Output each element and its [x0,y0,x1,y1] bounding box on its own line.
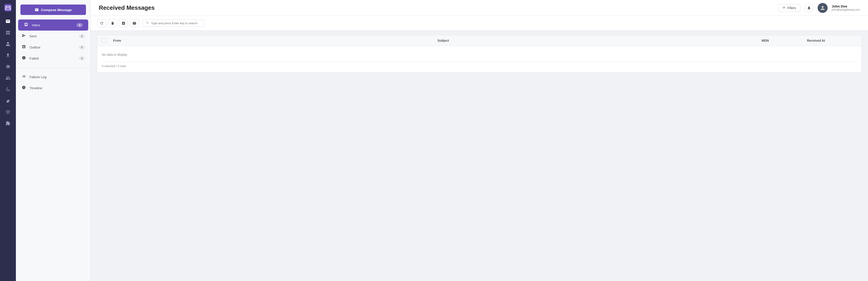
table-area: From Subject MDN Received At No data to … [91,31,868,281]
archive-button[interactable] [119,19,128,27]
search-icon [146,21,149,25]
nav-item-failure-log[interactable]: Failure Log [16,71,91,82]
timeline-label: Timeline [30,86,85,90]
data-table: From Subject MDN Received At No data to … [97,35,862,72]
sidebar-key-icon[interactable] [3,96,13,106]
inbox-icon [24,23,29,28]
failed-badge: 0 [79,57,85,61]
failed-label: Failed [30,57,75,60]
sidebar-settings-icon[interactable] [3,62,13,72]
inbox-label: Inbox [32,23,73,27]
filters-button[interactable]: Filters [778,4,800,12]
compose-button-label: Compose Message [41,8,72,12]
nav-section-extra: Failure Log Timeline [16,68,91,94]
failure-log-label: Failure Log [30,75,85,79]
header-right: Filters John Doe john@as2gateway.com [778,3,860,13]
select-all-checkbox[interactable] [102,38,106,43]
sent-badge: 0 [79,34,85,38]
toolbar [91,16,868,31]
sidebar-group-icon[interactable] [3,73,13,83]
left-panel: Compose Message Inbox 0 Sent 0 Outbox 0 … [16,0,91,281]
sidebar-history-icon[interactable] [3,84,13,94]
nav-item-failed[interactable]: Failed 0 [16,53,91,64]
outbox-badge: 0 [79,45,85,49]
outbox-label: Outbox [30,45,75,49]
column-from: From [113,39,437,42]
nav-item-outbox[interactable]: Outbox 0 [16,42,91,53]
sidebar-plugin-icon[interactable] [3,118,13,128]
table-footer: 0 selected / 0 total [102,62,857,68]
refresh-button[interactable] [97,19,106,27]
sidebar-package-icon[interactable] [3,107,13,117]
timeline-icon [21,85,26,91]
user-avatar[interactable] [818,3,828,13]
filter-button-label: Filters [787,6,796,10]
failure-log-icon [21,74,26,79]
select-all-cell[interactable] [102,38,113,43]
sidebar-profile-icon[interactable] [3,39,13,49]
compose-message-button[interactable]: Compose Message [21,4,86,15]
main-content: Received Messages Filters John Doe john@… [91,0,868,281]
column-received-at: Received At [807,39,857,42]
nav-item-timeline[interactable]: Timeline [16,82,91,94]
column-subject: Subject [437,39,762,42]
delete-button[interactable] [108,19,117,27]
sent-label: Sent [30,34,75,38]
table-body: No data to display 0 selected / 0 total [97,46,861,72]
sent-icon [21,34,26,39]
sidebar-dashboard-icon[interactable] [3,28,13,38]
search-box [143,20,204,27]
table-header: From Subject MDN Received At [97,35,861,46]
notifications-button[interactable] [805,3,813,12]
sidebar-download-icon[interactable] [3,50,13,60]
page-title: Received Messages [99,4,155,11]
user-info: John Doe john@as2gateway.com [832,4,860,11]
inbox-badge: 0 [76,23,83,27]
sidebar [0,0,16,281]
nav-item-sent[interactable]: Sent 0 [16,31,91,42]
failed-icon [21,56,26,61]
nav-item-inbox[interactable]: Inbox 0 [18,20,88,31]
column-mdn: MDN [762,39,807,42]
user-email: john@as2gateway.com [832,8,860,11]
top-header: Received Messages Filters John Doe john@… [91,0,868,16]
no-data-message: No data to display [102,50,857,61]
outbox-icon [21,45,26,50]
sidebar-messages-icon[interactable] [3,16,13,26]
search-input[interactable] [151,22,201,25]
send-button[interactable] [130,19,139,27]
app-logo[interactable] [3,3,13,13]
user-name: John Doe [832,4,860,8]
